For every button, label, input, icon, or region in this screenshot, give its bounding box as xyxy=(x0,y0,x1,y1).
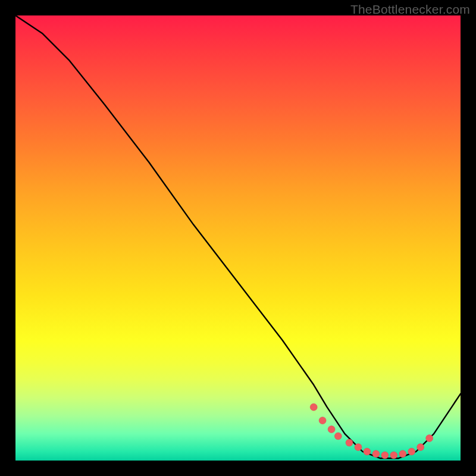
watermark-text: TheBottlenecker.com xyxy=(350,2,470,17)
bottleneck-curve-line xyxy=(15,15,461,458)
highlight-point xyxy=(426,435,433,442)
highlight-point xyxy=(417,444,424,451)
highlight-point xyxy=(399,450,406,458)
highlight-point xyxy=(372,450,380,458)
highlight-point xyxy=(310,403,317,411)
highlight-point xyxy=(408,448,415,455)
highlight-point xyxy=(334,433,342,440)
highlight-point xyxy=(355,444,362,451)
chart-svg xyxy=(15,15,461,461)
highlight-point xyxy=(364,448,371,455)
highlight-points-group xyxy=(310,403,433,459)
chart-frame: TheBottlenecker.com xyxy=(0,0,476,476)
highlight-point xyxy=(319,417,326,424)
highlight-point xyxy=(381,452,389,459)
highlight-point xyxy=(328,426,335,433)
highlight-point xyxy=(390,452,397,459)
highlight-point xyxy=(346,439,353,446)
